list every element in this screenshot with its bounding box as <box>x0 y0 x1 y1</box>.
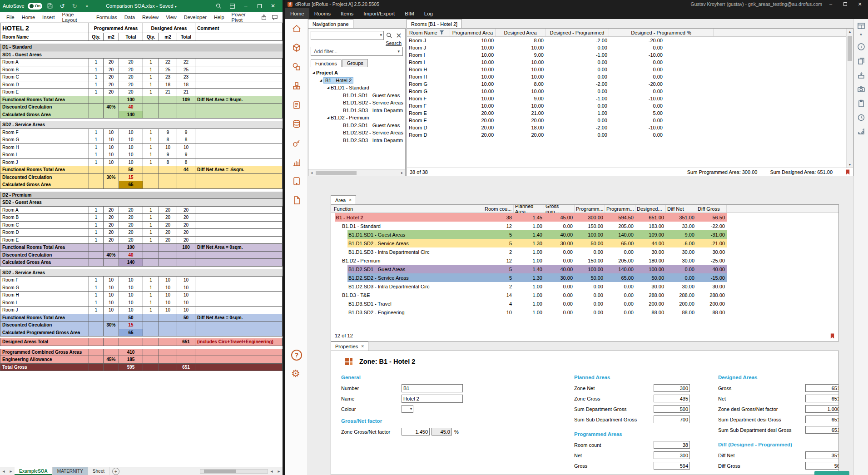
cell-prog-m2[interactable]: 10 <box>104 129 119 137</box>
rooms-table-row[interactable]: Room H 10.00 10.00 0.00 0.00 <box>407 66 853 73</box>
cell-comment[interactable] <box>195 129 283 137</box>
scroll-down-icon[interactable]: ▾ <box>847 163 853 167</box>
cell-m2-header[interactable]: m2 <box>159 33 177 41</box>
cell-desi-m2[interactable] <box>159 96 177 104</box>
cell-desi-total[interactable]: 50 <box>177 314 195 322</box>
cell-prog-m2[interactable]: 20 <box>104 207 119 214</box>
cell-desi-qty[interactable]: 1 <box>143 307 159 314</box>
cell-prog-total[interactable]: 20 <box>119 81 143 89</box>
cell-name[interactable]: Room F <box>0 277 89 284</box>
cell-desi-m2[interactable] <box>159 104 177 111</box>
cell-comment[interactable] <box>195 229 283 237</box>
cell-desi-qty[interactable] <box>143 121 159 129</box>
area-table-row[interactable]: B1.D3.SD1 - Travel 4 1.00 0.00 0.00 0.00… <box>331 299 838 308</box>
area-table-row[interactable]: B1.D1.SD3 - Intra Departmental Circ 2 1.… <box>331 247 838 256</box>
add-filter-dropdown[interactable]: Add filter...▾ <box>311 47 403 56</box>
cell-desi-m2[interactable]: 20 <box>159 222 177 229</box>
cell-comment[interactable] <box>195 144 283 152</box>
model-icon[interactable] <box>292 43 302 53</box>
cell-prog-qty[interactable] <box>89 121 104 129</box>
cell-desi-m2[interactable]: 8 <box>159 136 177 144</box>
cell-desi-m2[interactable] <box>159 51 177 59</box>
field-value[interactable]: 351 <box>805 451 839 459</box>
cell-desi-m2[interactable]: 20 <box>159 229 177 237</box>
ribbon-tab[interactable]: Developer <box>180 12 210 22</box>
area-table-row[interactable]: B1 - Hotel 2 38 1.45 45.00 300.00 594.50… <box>331 213 838 222</box>
tree-item[interactable]: B1.D1.SD3 - Intra Departm <box>308 107 405 114</box>
cell-prog-m2[interactable] <box>104 44 119 51</box>
cell-desi-total[interactable]: 21 <box>177 89 195 96</box>
cell-desi-total[interactable] <box>177 356 195 364</box>
cell-desi-m2[interactable] <box>159 338 177 346</box>
camera-icon[interactable] <box>857 85 865 93</box>
cell-comment[interactable]: (includes Circ+Travel+Engineering) <box>195 338 283 346</box>
menu-item[interactable]: Import/Export <box>358 8 400 19</box>
scroll-right-icon[interactable]: ▸ <box>275 467 283 475</box>
cell-name[interactable]: SD2 - Service Areas <box>0 121 89 129</box>
cell-prog-total[interactable]: 15 <box>119 174 143 182</box>
cell-name[interactable]: Functional Rooms Total Area <box>0 96 89 104</box>
cell-prog-m2[interactable]: 20 <box>104 222 119 229</box>
cell-prog-total[interactable]: 50 <box>119 314 143 322</box>
minimize-button[interactable]: – <box>239 0 253 12</box>
cell-prog-total[interactable] <box>119 199 143 207</box>
rooms-table-row[interactable]: Room J 10.00 10.00 0.00 0.00 <box>407 44 853 51</box>
cell-desi-qty[interactable]: 1 <box>143 284 159 292</box>
cell-comment[interactable] <box>195 66 283 74</box>
cell-desi-m2[interactable]: 20 <box>159 214 177 222</box>
search-icon[interactable] <box>385 31 393 40</box>
field-value[interactable]: 1.000 <box>805 405 839 413</box>
cell-prog-m2[interactable]: 10 <box>104 307 119 314</box>
cell-m2-header[interactable]: m2 <box>104 33 119 41</box>
scrollbar-thumb[interactable] <box>848 36 852 61</box>
cell-desi-m2[interactable] <box>159 364 177 371</box>
cell-prog-qty[interactable] <box>89 199 104 207</box>
search-input[interactable]: ▾ <box>311 31 384 40</box>
cell-comment[interactable] <box>195 81 283 89</box>
rooms-icon[interactable] <box>292 62 302 72</box>
cell-name[interactable]: Functional Rooms Total Area <box>0 314 89 322</box>
cell-comment[interactable] <box>195 237 283 244</box>
cell-name[interactable]: Room I <box>0 299 89 307</box>
cell-prog-qty[interactable] <box>89 51 104 59</box>
cell-prog-total[interactable]: 595 <box>119 364 143 371</box>
close-icon[interactable]: × <box>361 344 364 349</box>
cell-name[interactable]: Programmed Combined Gross Areas <box>0 349 89 356</box>
cell-prog-qty[interactable]: 1 <box>89 307 104 314</box>
cell-prog-qty[interactable]: 1 <box>89 229 104 237</box>
rooms-table-row[interactable]: Room F 10.00 10.00 0.00 0.00 <box>407 102 853 109</box>
cell-prog-m2[interactable] <box>104 269 119 277</box>
pages-icon[interactable] <box>857 57 865 65</box>
cell-prog-total[interactable] <box>119 121 143 129</box>
cell-desi-qty[interactable]: 1 <box>143 159 159 167</box>
cell-prog-total[interactable] <box>119 44 143 51</box>
cell-prog-m2[interactable]: 45% <box>104 356 119 364</box>
field-value[interactable]: 651 <box>805 416 839 423</box>
tree-item[interactable]: ◢ B1.D2 - Premium <box>308 114 405 122</box>
cell-desi-total[interactable] <box>177 322 195 329</box>
rooms-table-row[interactable]: Room G 10.00 10.00 0.00 0.00 <box>407 88 853 95</box>
cell-prog-m2[interactable]: 30% <box>104 174 119 182</box>
tree-expander-icon[interactable]: ◢ <box>311 71 316 74</box>
cell-desi-total[interactable]: 22 <box>177 59 195 66</box>
field-value[interactable]: 38 <box>654 441 690 449</box>
cell-prog-total[interactable]: 100 <box>119 96 143 104</box>
cell-comment[interactable] <box>195 349 283 356</box>
cell-desi-total[interactable]: 20 <box>177 214 195 222</box>
cell-desi-m2[interactable] <box>159 166 177 174</box>
cell-prog-total[interactable]: 10 <box>119 284 143 292</box>
cell-prog-m2[interactable] <box>104 259 119 267</box>
ribbon-tab[interactable]: View <box>162 12 180 22</box>
cell-comment[interactable] <box>195 74 283 81</box>
cell-desi-total[interactable] <box>177 104 195 111</box>
tree-item[interactable]: ◢ B1 - Hotel 2 <box>308 77 405 84</box>
ruler-icon[interactable] <box>857 127 865 135</box>
cell-prog-qty[interactable] <box>89 174 104 182</box>
cell-desi-qty[interactable] <box>143 199 159 207</box>
cell-desi-total[interactable]: 44 <box>177 166 195 174</box>
cell-desi-qty[interactable]: 1 <box>143 292 159 299</box>
cell-comment[interactable] <box>195 322 283 329</box>
documents-icon[interactable] <box>292 195 302 205</box>
cell-prog-qty[interactable]: 1 <box>89 159 104 167</box>
cell-prog-total[interactable]: 50 <box>119 166 143 174</box>
